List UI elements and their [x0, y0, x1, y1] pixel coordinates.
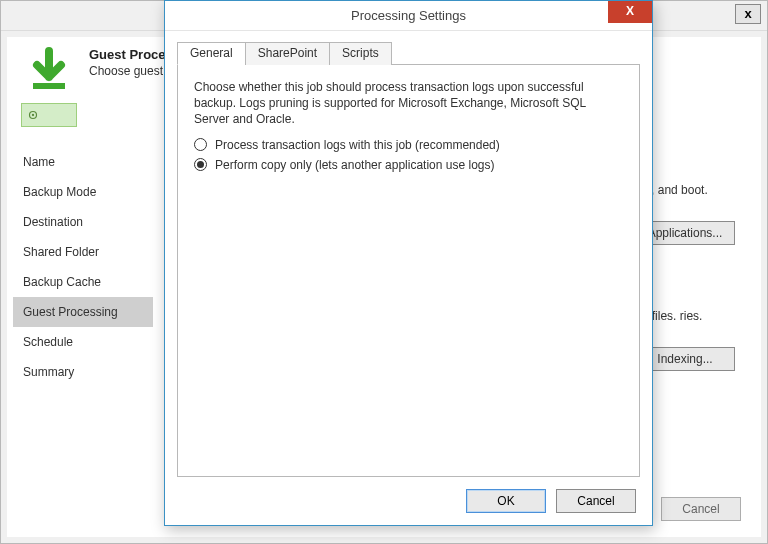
- radio-label: Perform copy only (lets another applicat…: [215, 158, 494, 172]
- sidebar-item-destination[interactable]: Destination: [13, 207, 153, 237]
- radio-icon: [194, 138, 207, 151]
- svg-point-2: [32, 114, 34, 116]
- dialog-footer: OK Cancel: [466, 489, 636, 513]
- gear-strip-icon: [21, 103, 77, 127]
- tab-content-general: Choose whether this job should process t…: [177, 65, 640, 477]
- tab-sharepoint[interactable]: SharePoint: [245, 42, 330, 65]
- sidebar-item-summary[interactable]: Summary: [13, 357, 153, 387]
- dialog-tabs: General SharePoint Scripts: [177, 41, 640, 65]
- svg-rect-0: [33, 83, 65, 89]
- processing-settings-dialog: Processing Settings X General SharePoint…: [164, 0, 653, 526]
- tab-description: Choose whether this job should process t…: [194, 79, 623, 128]
- sidebar-item-schedule[interactable]: Schedule: [13, 327, 153, 357]
- tab-scripts[interactable]: Scripts: [329, 42, 392, 65]
- sidebar-item-backup-mode[interactable]: Backup Mode: [13, 177, 153, 207]
- wizard-cancel-button[interactable]: Cancel: [661, 497, 741, 521]
- dialog-titlebar: Processing Settings X: [165, 1, 652, 31]
- download-arrow-icon: [25, 47, 73, 95]
- radio-label: Process transaction logs with this job (…: [215, 138, 500, 152]
- dialog-close-button[interactable]: X: [608, 1, 652, 23]
- radio-option-process-logs[interactable]: Process transaction logs with this job (…: [194, 138, 623, 152]
- sidebar-item-name[interactable]: Name: [13, 147, 153, 177]
- dialog-title: Processing Settings: [165, 1, 652, 31]
- sidebar-item-shared-folder[interactable]: Shared Folder: [13, 237, 153, 267]
- radio-icon: [194, 158, 207, 171]
- wizard-sidebar: Name Backup Mode Destination Shared Fold…: [13, 147, 153, 531]
- tab-general[interactable]: General: [177, 42, 246, 65]
- sidebar-item-guest-processing[interactable]: Guest Processing: [13, 297, 153, 327]
- ok-button[interactable]: OK: [466, 489, 546, 513]
- dialog-body: General SharePoint Scripts Choose whethe…: [177, 41, 640, 477]
- dialog-cancel-button[interactable]: Cancel: [556, 489, 636, 513]
- wizard-close-button[interactable]: x: [735, 4, 761, 24]
- radio-option-copy-only[interactable]: Perform copy only (lets another applicat…: [194, 158, 623, 172]
- sidebar-item-backup-cache[interactable]: Backup Cache: [13, 267, 153, 297]
